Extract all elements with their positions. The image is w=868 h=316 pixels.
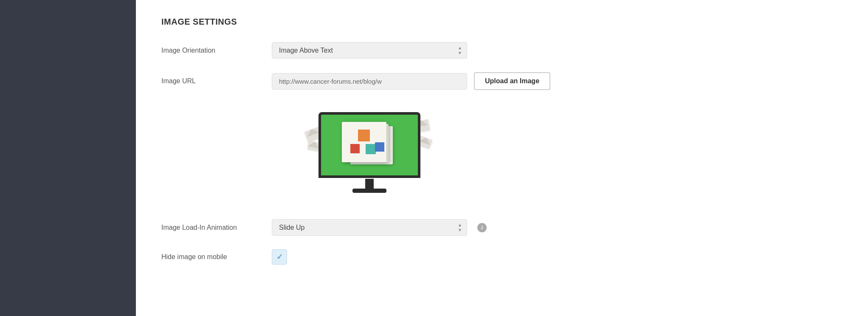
hide-on-mobile-label: Hide image on mobile	[161, 253, 272, 261]
image-orientation-label: Image Orientation	[161, 47, 272, 54]
image-orientation-control: Image Above Text Image Below Text Image …	[272, 42, 467, 59]
sidebar	[0, 0, 136, 316]
image-animation-row: Image Load-In Animation Slide Up Slide D…	[161, 219, 544, 236]
image-url-control: Upload an Image	[272, 72, 550, 90]
paper-main	[342, 122, 386, 162]
image-orientation-row: Image Orientation Image Above Text Image…	[161, 42, 544, 59]
image-url-input[interactable]	[272, 73, 467, 90]
color-block-blue	[375, 142, 384, 152]
color-block-orange	[358, 130, 370, 141]
monitor-illustration	[310, 112, 429, 197]
section-title: IMAGE SETTINGS	[161, 17, 544, 27]
color-block-teal	[366, 144, 376, 154]
image-orientation-select[interactable]: Image Above Text Image Below Text Image …	[272, 42, 467, 59]
checkmark-icon: ✓	[276, 252, 283, 262]
image-animation-control: Slide Up Slide Down Slide Left Slide Rig…	[272, 219, 487, 236]
upload-image-button[interactable]: Upload an Image	[474, 72, 550, 90]
settings-form: IMAGE SETTINGS Image Orientation Image A…	[161, 17, 544, 265]
monitor-stand	[365, 179, 374, 189]
color-block-red	[350, 144, 360, 153]
image-animation-select-wrapper: Slide Up Slide Down Slide Left Slide Rig…	[272, 219, 467, 236]
monitor-base	[352, 189, 386, 193]
image-preview-container	[272, 104, 467, 206]
hide-on-mobile-control: ✓	[272, 249, 287, 265]
image-url-row: Image URL Upload an Image	[161, 72, 544, 90]
hide-on-mobile-row: Hide image on mobile ✓	[161, 249, 544, 265]
monitor-screen	[318, 112, 420, 178]
image-orientation-select-wrapper: Image Above Text Image Below Text Image …	[272, 42, 467, 59]
image-animation-select[interactable]: Slide Up Slide Down Slide Left Slide Rig…	[272, 219, 467, 236]
image-animation-label: Image Load-In Animation	[161, 224, 272, 231]
info-icon[interactable]: i	[477, 223, 487, 232]
hide-on-mobile-checkbox-wrapper: ✓	[272, 249, 287, 265]
image-preview-row	[272, 104, 544, 206]
newspaper-icon	[342, 122, 397, 169]
hide-on-mobile-checkbox[interactable]: ✓	[272, 249, 287, 265]
image-url-label: Image URL	[161, 77, 272, 85]
main-content: IMAGE SETTINGS Image Orientation Image A…	[136, 0, 868, 316]
